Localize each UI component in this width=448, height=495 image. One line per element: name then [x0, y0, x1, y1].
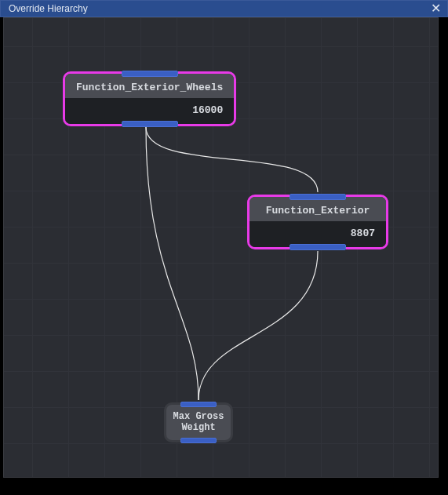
titlebar[interactable]: Override Hierarchy ✕ — [0, 0, 448, 17]
node-input-port[interactable] — [122, 71, 178, 77]
override-hierarchy-window: Override Hierarchy ✕ Function_Exterior_W… — [0, 0, 448, 495]
node-function-exterior[interactable]: Function_Exterior 8807 — [247, 195, 388, 249]
graph-canvas[interactable]: Function_Exterior_Wheels 16000 Function_… — [3, 17, 439, 478]
node-max-gross-weight[interactable]: Max Gross Weight — [164, 402, 233, 442]
node-title: Function_Exterior_Wheels — [65, 74, 234, 98]
window-title: Override Hierarchy — [9, 3, 88, 14]
node-output-port[interactable] — [290, 244, 346, 250]
node-title: Function_Exterior — [249, 197, 386, 221]
node-output-port[interactable] — [180, 438, 217, 443]
node-function-exterior-wheels[interactable]: Function_Exterior_Wheels 16000 — [63, 71, 236, 126]
close-icon[interactable]: ✕ — [429, 2, 443, 15]
node-output-port[interactable] — [122, 121, 178, 127]
node-input-port[interactable] — [290, 194, 346, 200]
node-title: Max Gross Weight — [166, 405, 231, 440]
node-input-port[interactable] — [180, 402, 217, 407]
